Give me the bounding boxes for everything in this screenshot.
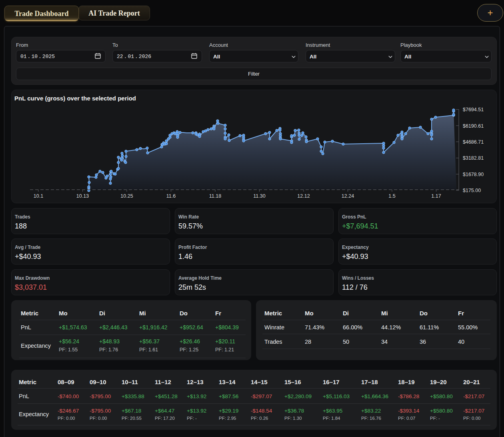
svg-text:10.1: 10.1 bbox=[34, 193, 43, 199]
svg-text:1.5: 1.5 bbox=[388, 193, 395, 199]
svg-text:$175.00: $175.00 bbox=[463, 188, 481, 193]
svg-text:$7694.51: $7694.51 bbox=[463, 107, 484, 112]
svg-text:12.24: 12.24 bbox=[342, 193, 354, 199]
svg-text:10.13: 10.13 bbox=[76, 193, 89, 199]
svg-text:$3182.81: $3182.81 bbox=[463, 155, 484, 161]
svg-text:$1678.90: $1678.90 bbox=[463, 172, 484, 177]
svg-text:10.25: 10.25 bbox=[120, 193, 133, 199]
svg-text:11.18: 11.18 bbox=[209, 193, 221, 199]
svg-text:12.12: 12.12 bbox=[297, 193, 310, 199]
svg-text:1.17: 1.17 bbox=[431, 193, 441, 199]
svg-text:$6190.61: $6190.61 bbox=[463, 123, 484, 129]
svg-text:11.6: 11.6 bbox=[166, 193, 176, 199]
svg-text:11.30: 11.30 bbox=[253, 193, 265, 199]
svg-text:$4686.71: $4686.71 bbox=[463, 139, 484, 145]
